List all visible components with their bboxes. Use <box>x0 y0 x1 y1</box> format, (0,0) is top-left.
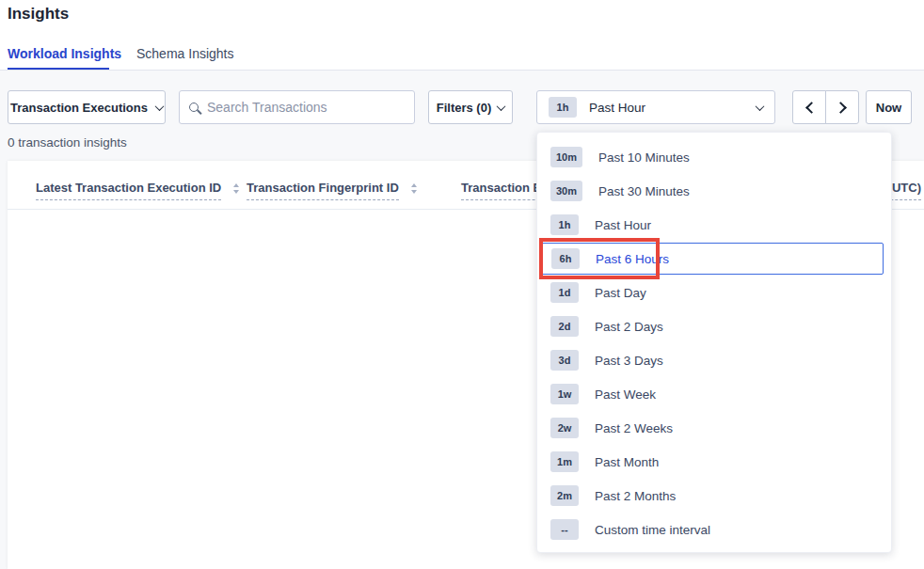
chevron-down-icon <box>155 102 165 111</box>
chevron-right-icon <box>835 102 847 114</box>
time-option-label: Past 3 Days <box>595 354 663 368</box>
time-option-badge: 1w <box>550 384 579 404</box>
time-option-past-month[interactable]: 1m Past Month <box>537 445 891 479</box>
time-option-label: Past Week <box>595 387 656 402</box>
search-icon <box>189 103 199 112</box>
now-button[interactable]: Now <box>866 90 912 124</box>
search-box <box>179 90 415 124</box>
time-option-badge: 3d <box>550 350 579 371</box>
time-option-label: Custom time interval <box>595 523 710 537</box>
time-option-badge: 6h <box>551 248 580 269</box>
workload-type-select-label: Transaction Executions <box>10 101 148 115</box>
sort-icon[interactable] <box>411 183 417 194</box>
time-pager <box>792 90 859 124</box>
time-interval-select[interactable]: 1h Past Hour <box>536 90 775 124</box>
tab-schema-insights[interactable]: Schema Insights <box>136 46 234 61</box>
time-option-past-week[interactable]: 1w Past Week <box>537 377 891 411</box>
time-option-past-30-minutes[interactable]: 30m Past 30 Minutes <box>537 174 891 208</box>
filters-button[interactable]: Filters (0) <box>428 90 513 124</box>
time-option-label: Past Month <box>595 455 659 469</box>
insights-page: Insights Workload Insights Schema Insigh… <box>0 0 924 569</box>
time-option-label: Past 2 Weeks <box>595 421 673 435</box>
time-option-past-10-minutes[interactable]: 10m Past 10 Minutes <box>537 140 891 174</box>
workload-type-select[interactable]: Transaction Executions <box>8 90 166 124</box>
chevron-down-icon <box>497 102 506 111</box>
time-option-past-hour[interactable]: 1h Past Hour <box>537 208 891 242</box>
time-option-badge: 2d <box>550 316 579 337</box>
time-option-label: Past 10 Minutes <box>598 150 690 165</box>
next-interval-button[interactable] <box>825 90 859 124</box>
sort-icon[interactable] <box>233 183 239 194</box>
time-option-label: Past Hour <box>595 218 651 232</box>
filters-button-label: Filters (0) <box>437 101 492 115</box>
page-title: Insights <box>8 5 69 24</box>
time-option-past-3-days[interactable]: 3d Past 3 Days <box>537 343 891 377</box>
time-option-past-2-days[interactable]: 2d Past 2 Days <box>537 309 891 343</box>
chevron-left-icon <box>805 102 818 114</box>
time-option-label: Past 30 Minutes <box>598 184 690 198</box>
time-option-badge: 2w <box>550 418 579 438</box>
time-interval-dropdown: 10m Past 10 Minutes 30m Past 30 Minutes … <box>536 132 892 553</box>
time-option-label: Past 2 Days <box>595 320 663 334</box>
time-option-custom-time-interval[interactable]: -- Custom time interval <box>537 513 891 546</box>
time-option-badge: -- <box>550 519 579 540</box>
search-input[interactable] <box>207 100 405 115</box>
time-option-badge: 2m <box>550 485 579 506</box>
time-interval-badge: 1h <box>549 97 577 118</box>
time-option-label: Past Day <box>595 286 646 300</box>
column-header-latest-transaction-execution-id[interactable]: Latest Transaction Execution ID <box>36 181 239 200</box>
time-option-badge: 10m <box>550 147 582 167</box>
time-option-past-2-weeks[interactable]: 2w Past 2 Weeks <box>537 411 891 445</box>
column-header-transaction-fingerprint-id[interactable]: Transaction Fingerprint ID <box>247 181 417 200</box>
chevron-down-icon <box>756 102 765 111</box>
time-option-past-6-hours[interactable]: 6h Past 6 Hours <box>541 243 884 275</box>
time-option-label: Past 2 Months <box>595 489 676 503</box>
previous-interval-button[interactable] <box>792 90 826 124</box>
time-option-badge: 30m <box>550 181 582 201</box>
time-option-label: Past 6 Hours <box>596 252 669 266</box>
now-button-label: Now <box>876 101 901 115</box>
time-option-badge: 1m <box>550 451 579 472</box>
tab-workload-insights[interactable]: Workload Insights <box>8 46 121 61</box>
time-option-badge: 1d <box>550 282 579 303</box>
time-option-badge: 1h <box>550 214 579 235</box>
time-option-past-day[interactable]: 1d Past Day <box>537 276 891 309</box>
time-interval-label: Past Hour <box>589 101 645 115</box>
time-option-past-2-months[interactable]: 2m Past 2 Months <box>537 479 891 513</box>
results-count: 0 transaction insights <box>8 135 127 150</box>
